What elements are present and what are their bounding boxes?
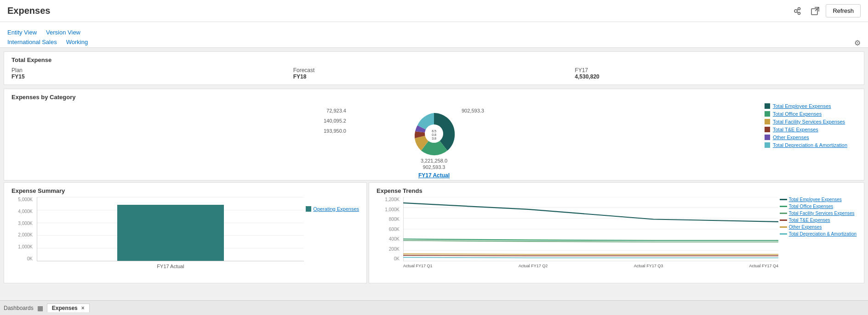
trends-legend-item-5: Other Expenses [780, 225, 857, 230]
trends-legend-item-6: Total Depreciation & Amortization [780, 231, 857, 236]
legend-color-6 [765, 142, 770, 148]
total-expense-grid: Plan FY15 Forecast FY18 FY17 4,530,820 [11, 67, 857, 80]
entity-view-link[interactable]: Entity View [7, 29, 37, 38]
legend-item-4: Total T&E Expenses [765, 127, 847, 132]
top-bar: Expenses Refresh [0, 0, 868, 22]
trends-x-q1: Actual FY17 Q1 [403, 264, 433, 268]
trends-legend-item-4: Total T&E Expenses [780, 218, 857, 223]
trends-y-0: 0K [394, 256, 400, 261]
trends-legend-label-3[interactable]: Total Facility Services Expenses [789, 211, 855, 216]
trends-y-axis: 1,200K 1,000K 800K 600K 400K 200K 0K [377, 197, 401, 261]
legend-label-1[interactable]: Total Employee Expenses [773, 103, 831, 109]
nav-left: Entity View Version View International S… [7, 29, 88, 47]
trends-legend-line-5 [780, 226, 787, 228]
svg-line-3 [797, 9, 799, 11]
nav-row-top: Entity View Version View [7, 29, 88, 38]
trends-y-1000: 1,000K [385, 207, 400, 212]
trends-x-labels: Actual FY17 Q1 Actual FY17 Q2 Actual FY1… [403, 261, 778, 270]
chart-icon: ▦ [37, 304, 43, 312]
trends-legend-line-3 [780, 213, 787, 214]
legend-color-5 [765, 135, 770, 140]
legend-item-6: Total Depreciation & Amortization [765, 142, 847, 148]
y-label-2000: 2,000K [18, 232, 33, 237]
legend-color-1 [765, 103, 770, 109]
legend-item-1: Total Employee Expenses [765, 103, 847, 109]
y-label-5000: 5,000K [18, 197, 33, 202]
dashboards-tab-label[interactable]: Dashboards [4, 305, 34, 311]
expenses-tab-label: Expenses [52, 305, 78, 311]
trends-legend-line-2 [780, 206, 787, 207]
plan-value: FY15 [11, 73, 293, 80]
expenses-tab[interactable]: Expenses × [47, 304, 90, 312]
plan-cell: Plan FY15 [11, 67, 293, 80]
y-label-4000: 4,000K [18, 209, 33, 214]
trends-x-q3: Actual FY17 Q3 [634, 264, 663, 268]
bar-legend-color [306, 206, 311, 212]
external-link-icon-button[interactable] [808, 5, 822, 17]
share-icon-button[interactable] [790, 5, 805, 17]
svg-line-6 [815, 7, 819, 11]
expenses-by-category-section: Expenses by Category 72,923.4 140,095.2 … [4, 89, 864, 180]
y-label-0: 0K [27, 256, 33, 261]
tab-close-button[interactable]: × [81, 305, 85, 311]
pie-left-labels: 72,923.4 140,095.2 193,950.0 [324, 108, 346, 134]
svg-point-2 [798, 12, 800, 14]
total-expense-section: Total Expense Plan FY15 Forecast FY18 FY… [4, 51, 864, 85]
svg-text:3.8: 3.8 [432, 137, 436, 140]
pie-bottom-label: 3,221,258.0 [411, 158, 457, 163]
legend-label-4[interactable]: Total T&E Expenses [773, 127, 818, 132]
legend-label-3[interactable]: Total Facility Services Expenses [773, 119, 845, 124]
version-view-link[interactable]: Version View [46, 29, 80, 38]
legend-label-2[interactable]: Total Office Expenses [773, 111, 822, 117]
bar-legend-label[interactable]: Operating Expenses [313, 206, 359, 212]
trends-legend-item-3: Total Facility Services Expenses [780, 211, 857, 216]
pie-label-2: 140,095.2 [324, 118, 346, 124]
fy17-value: 4,530,820 [575, 73, 857, 80]
pie-label-3: 193,950.0 [324, 128, 346, 134]
settings-icon[interactable]: ⚙ [854, 39, 861, 47]
bar-fy17-actual [117, 205, 224, 261]
pie-chart-container: 72,923.4 140,095.2 193,950.0 6. [11, 103, 857, 177]
svg-point-1 [798, 7, 800, 10]
tab-bar: Dashboards ▦ Expenses × [0, 300, 868, 315]
trends-y-800: 800K [389, 217, 400, 222]
trends-legend-item-2: Total Office Expenses [780, 204, 857, 209]
legend-label-5[interactable]: Other Expenses [773, 135, 809, 140]
refresh-button[interactable]: Refresh [826, 4, 861, 17]
y-label-1000: 1,000K [18, 244, 33, 249]
trends-legend-label-6[interactable]: Total Depreciation & Amortization [789, 231, 857, 236]
trends-legend-label-1[interactable]: Total Employee Expenses [789, 197, 842, 202]
fy17-label: FY17 [575, 67, 857, 73]
legend-color-3 [765, 119, 770, 124]
trends-x-q2: Actual FY17 Q2 [519, 264, 548, 268]
trends-legend-line-1 [780, 199, 787, 200]
svg-text:6.5: 6.5 [432, 129, 436, 133]
fy17-cell: FY17 4,530,820 [575, 67, 857, 80]
trends-y-1200: 1,200K [385, 197, 400, 202]
entity-value-link[interactable]: International Sales [7, 39, 57, 47]
legend-color-4 [765, 127, 770, 132]
expenses-by-category-title: Expenses by Category [11, 94, 857, 101]
forecast-label: Forecast [293, 67, 575, 73]
trends-legend-label-4[interactable]: Total T&E Expenses [789, 218, 830, 223]
trends-legend-item-1: Total Employee Expenses [780, 197, 857, 202]
bar-chart-area: 5,000K 4,000K 3,000K 2,000K 1,000K 0K FY… [11, 197, 359, 270]
trends-legend-label-5[interactable]: Other Expenses [789, 225, 822, 230]
trends-legend: Total Employee Expenses Total Office Exp… [780, 197, 857, 236]
legend-label-6[interactable]: Total Depreciation & Amortization [773, 142, 847, 148]
version-value-link[interactable]: Working [66, 39, 88, 47]
bar-plot-area: FY17 Actual [37, 197, 304, 261]
svg-text:0.8: 0.8 [432, 133, 436, 136]
pie-right-label: 902,593.3 [462, 108, 484, 113]
forecast-value: FY18 [293, 73, 575, 80]
plan-label: Plan [11, 67, 293, 73]
pie-chart-svg: 6.5 0.8 3.8 [411, 111, 457, 157]
svg-line-4 [797, 11, 799, 13]
bar-legend: Operating Expenses [306, 206, 359, 212]
app-title: Expenses [7, 6, 50, 16]
legend-item-3: Total Facility Services Expenses [765, 119, 847, 124]
trends-legend-label-2[interactable]: Total Office Expenses [789, 204, 834, 209]
grid-line-top [37, 197, 304, 197]
expense-summary-panel: Expense Summary 5,000K 4,000K 3,000K 2,0… [4, 182, 367, 283]
pie-svg-wrapper: 6.5 0.8 3.8 3,221,258.0 902,593.3 [411, 111, 457, 170]
